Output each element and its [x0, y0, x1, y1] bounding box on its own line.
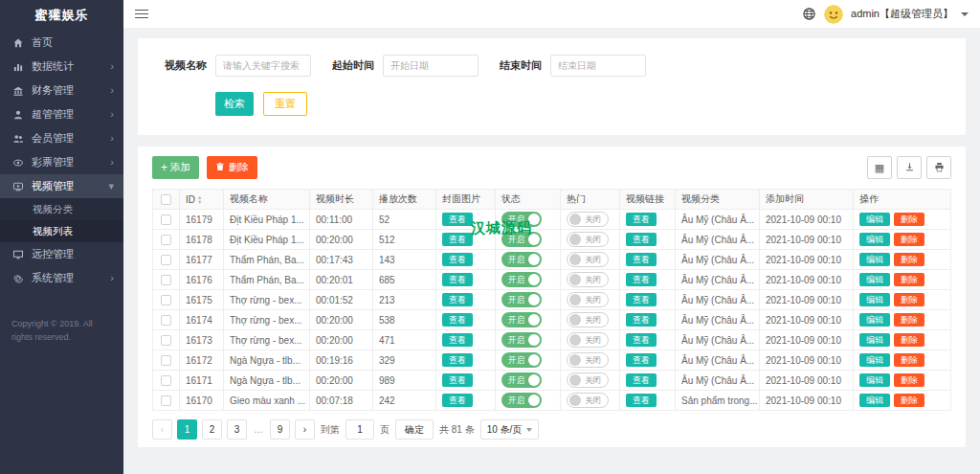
edit-button[interactable]: 编辑: [859, 273, 890, 287]
delete-button[interactable]: 删除: [894, 273, 924, 287]
globe-icon[interactable]: [802, 7, 816, 21]
row-checkbox[interactable]: [161, 275, 171, 285]
sidebar-item[interactable]: 系统管理›: [0, 266, 123, 290]
next-page-button[interactable]: ›: [295, 419, 315, 440]
row-checkbox[interactable]: [161, 235, 171, 245]
status-toggle[interactable]: 开启: [501, 352, 542, 368]
prev-page-button[interactable]: ‹: [152, 419, 172, 440]
export-button[interactable]: [897, 156, 922, 179]
view-cover-button[interactable]: 查看: [442, 253, 473, 267]
row-checkbox[interactable]: [161, 375, 171, 386]
sidebar-item[interactable]: 会员管理›: [0, 126, 123, 150]
status-toggle[interactable]: 开启: [501, 312, 542, 327]
sidebar-item[interactable]: 超管管理›: [0, 102, 123, 126]
view-cover-button[interactable]: 查看: [442, 394, 473, 408]
per-page-select[interactable]: 10 条/页: [480, 419, 540, 440]
edit-button[interactable]: 编辑: [859, 394, 890, 408]
end-date-input[interactable]: [550, 55, 646, 77]
search-button[interactable]: 检索: [215, 92, 254, 116]
delete-button[interactable]: 删除: [894, 333, 924, 348]
goto-page-input[interactable]: [345, 419, 374, 440]
sidebar-item[interactable]: 财务管理›: [0, 79, 123, 102]
sidebar-item[interactable]: 远控管理: [0, 242, 123, 266]
delete-button[interactable]: 删除: [894, 293, 924, 307]
view-link-button[interactable]: 查看: [626, 213, 657, 227]
edit-button[interactable]: 编辑: [859, 293, 890, 307]
hot-toggle[interactable]: 关闭: [567, 292, 609, 307]
edit-button[interactable]: 编辑: [859, 313, 890, 327]
reset-button[interactable]: 重置: [263, 92, 307, 116]
goto-confirm-button[interactable]: 确定: [395, 419, 434, 440]
page-button-2[interactable]: 2: [202, 419, 222, 440]
sidebar-item[interactable]: 视频管理▾: [0, 174, 123, 198]
view-link-button[interactable]: 查看: [626, 253, 657, 267]
hot-toggle[interactable]: 关闭: [567, 332, 609, 348]
view-link-button[interactable]: 查看: [626, 353, 657, 368]
delete-button[interactable]: 删除: [894, 213, 924, 227]
row-checkbox[interactable]: [161, 355, 171, 366]
edit-button[interactable]: 编辑: [859, 333, 890, 348]
view-link-button[interactable]: 查看: [626, 394, 657, 408]
hot-toggle[interactable]: 关闭: [567, 352, 609, 368]
view-cover-button[interactable]: 查看: [442, 313, 473, 327]
sidebar-item[interactable]: 数据统计›: [0, 55, 123, 79]
page-button-1[interactable]: 1: [177, 419, 197, 440]
delete-selected-button[interactable]: 删除: [207, 156, 257, 179]
view-cover-button[interactable]: 查看: [442, 373, 473, 388]
view-link-button[interactable]: 查看: [626, 293, 657, 307]
hot-toggle[interactable]: 关闭: [567, 372, 609, 388]
row-checkbox[interactable]: [161, 395, 171, 406]
view-link-button[interactable]: 查看: [626, 333, 657, 348]
status-toggle[interactable]: 开启: [501, 272, 542, 287]
hot-toggle[interactable]: 关闭: [567, 272, 609, 287]
view-cover-button[interactable]: 查看: [442, 353, 473, 368]
view-link-button[interactable]: 查看: [626, 313, 657, 327]
row-checkbox[interactable]: [161, 255, 171, 265]
sidebar-item[interactable]: 首页: [0, 31, 123, 55]
row-checkbox[interactable]: [161, 214, 171, 225]
sidebar-item[interactable]: 彩票管理›: [0, 150, 123, 174]
user-menu[interactable]: admin【超级管理员】: [851, 7, 953, 21]
sidebar-subitem[interactable]: 视频列表: [0, 220, 123, 242]
delete-button[interactable]: 删除: [894, 373, 924, 388]
caret-down-icon[interactable]: [961, 12, 969, 16]
delete-button[interactable]: 删除: [894, 233, 924, 247]
row-checkbox[interactable]: [161, 295, 171, 305]
row-checkbox[interactable]: [161, 335, 171, 346]
edit-button[interactable]: 编辑: [859, 353, 890, 368]
edit-button[interactable]: 编辑: [859, 253, 890, 267]
start-date-input[interactable]: [383, 55, 479, 77]
sort-icon[interactable]: ▴▾: [198, 195, 201, 204]
view-cover-button[interactable]: 查看: [442, 213, 473, 227]
hot-toggle[interactable]: 关闭: [567, 212, 609, 227]
page-button-3[interactable]: 3: [227, 419, 247, 440]
video-name-input[interactable]: [215, 55, 311, 77]
page-button-9[interactable]: 9: [270, 419, 290, 440]
view-link-button[interactable]: 查看: [626, 273, 657, 287]
print-button[interactable]: [926, 156, 951, 179]
status-toggle[interactable]: 开启: [501, 252, 542, 267]
view-link-button[interactable]: 查看: [626, 373, 657, 388]
edit-button[interactable]: 编辑: [859, 233, 890, 247]
edit-button[interactable]: 编辑: [859, 373, 890, 388]
hot-toggle[interactable]: 关闭: [567, 312, 609, 327]
delete-button[interactable]: 删除: [894, 313, 924, 327]
row-checkbox[interactable]: [161, 315, 171, 326]
status-toggle[interactable]: 开启: [501, 393, 542, 408]
menu-toggle-icon[interactable]: [135, 10, 148, 19]
status-toggle[interactable]: 开启: [501, 332, 542, 348]
delete-button[interactable]: 删除: [894, 353, 924, 368]
filter-columns-button[interactable]: ▦: [867, 156, 892, 179]
edit-button[interactable]: 编辑: [859, 213, 890, 227]
view-cover-button[interactable]: 查看: [442, 273, 473, 287]
status-toggle[interactable]: 开启: [501, 292, 542, 307]
view-cover-button[interactable]: 查看: [442, 293, 473, 307]
delete-button[interactable]: 删除: [894, 394, 924, 408]
sidebar-subitem[interactable]: 视频分类: [0, 198, 123, 220]
delete-button[interactable]: 删除: [894, 253, 924, 267]
user-avatar[interactable]: [824, 5, 843, 24]
view-cover-button[interactable]: 查看: [442, 233, 473, 247]
status-toggle[interactable]: 开启: [501, 372, 542, 388]
add-button[interactable]: + 添加: [152, 156, 199, 179]
hot-toggle[interactable]: 关闭: [567, 232, 609, 247]
